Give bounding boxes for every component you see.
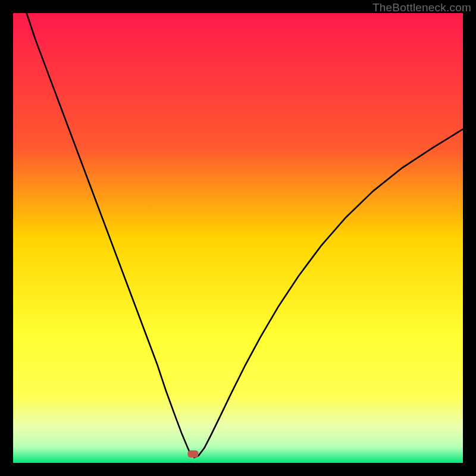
bottleneck-curve <box>13 13 463 463</box>
watermark-text: TheBottleneck.com <box>372 1 471 14</box>
svg-rect-1 <box>187 450 198 458</box>
plot-area <box>13 13 463 463</box>
chart-frame: TheBottleneck.com <box>0 0 476 476</box>
